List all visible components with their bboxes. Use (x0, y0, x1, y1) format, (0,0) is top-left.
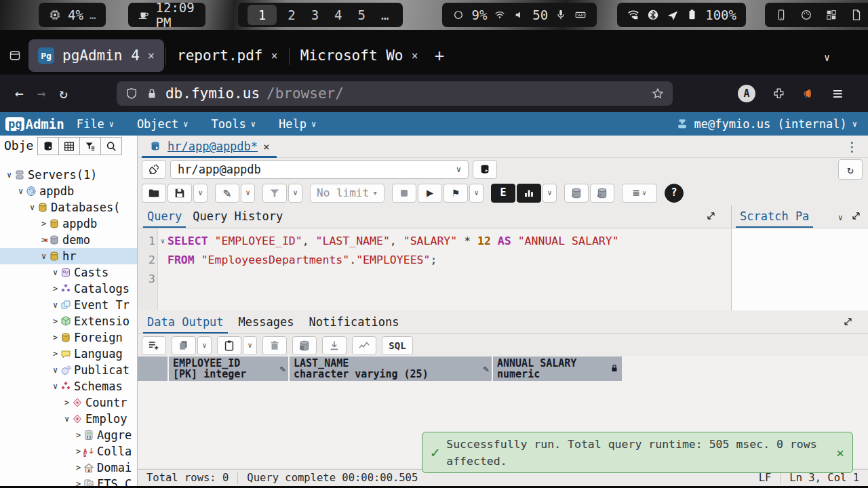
tree-item-employ[interactable]: ∨ Employ (0, 411, 137, 427)
clock-widget[interactable]: 12:09 PM (128, 3, 205, 27)
tree-item-appdb[interactable]: ∨ appdb (0, 183, 137, 199)
explain-button[interactable]: E (491, 184, 515, 203)
tree-item-foreign[interactable]: > Foreign (0, 329, 137, 346)
status-widget[interactable]: 9% 50 (442, 3, 597, 27)
tree-item-extensio[interactable]: > Extensio (0, 313, 137, 329)
phone-icon[interactable] (774, 8, 788, 22)
row-number-header[interactable] (138, 357, 167, 381)
tree-item-colla[interactable]: > AB Colla (0, 443, 137, 460)
filter-caret-button[interactable]: ∨ (288, 184, 302, 203)
chevron-right-icon[interactable]: > (62, 398, 72, 407)
save-file-button[interactable] (167, 184, 192, 203)
clipboard-tray-icon[interactable] (850, 8, 863, 22)
tree-item-catalogs[interactable]: > Catalogs (0, 281, 137, 297)
paste-button[interactable] (217, 336, 241, 355)
workspace-4[interactable]: 4 (330, 7, 347, 22)
tree-item-demo[interactable]: > × demo (0, 232, 137, 248)
chevron-down-icon[interactable]: ∨ (4, 170, 14, 180)
copy-caret-button[interactable]: ∨ (197, 336, 212, 355)
browser-tab-2[interactable]: Microsoft Wo × (291, 39, 428, 72)
panel-kebab-menu-icon[interactable]: ⋮ (846, 139, 859, 154)
windows-icon[interactable] (825, 8, 838, 22)
tab-close-icon[interactable]: × (271, 49, 277, 62)
chevron-right-icon[interactable]: > (39, 219, 49, 228)
chevron-down-icon[interactable]: ∨ (50, 300, 60, 310)
save-data-button[interactable] (292, 336, 317, 355)
download-button[interactable] (322, 336, 347, 355)
chevron-right-icon[interactable]: > (50, 317, 60, 326)
fold-chevron-icon[interactable]: ∨ (161, 232, 165, 251)
workspace-…[interactable]: … (376, 7, 393, 22)
dark-reader-extension-icon[interactable]: A (738, 85, 755, 102)
bookmark-star-icon[interactable] (651, 87, 665, 100)
chevron-right-icon[interactable]: > (73, 447, 83, 456)
explain-analyze-button[interactable] (517, 184, 541, 203)
tree-item-domai[interactable]: > Domai (0, 460, 137, 476)
explain-caret-button[interactable]: ∨ (542, 184, 557, 203)
results-expand-icon[interactable] (843, 317, 853, 329)
sql-filter-button[interactable]: SQL (382, 336, 413, 355)
forward-button[interactable]: → (31, 85, 53, 102)
tree-item-aggre[interactable]: > Aggre (0, 427, 137, 443)
macros-button[interactable]: ≡∨ (622, 184, 657, 203)
workspace-5[interactable]: 5 (353, 7, 370, 22)
workspace-3[interactable]: 3 (307, 7, 323, 22)
stop-button[interactable] (392, 184, 416, 203)
connection-select[interactable]: hr/app@appdb ∨ (170, 160, 469, 179)
help-button[interactable]: ? (665, 184, 684, 203)
copy-button[interactable] (172, 336, 196, 355)
properties-grid-button[interactable] (58, 137, 80, 155)
column-header-annual-salary[interactable]: ANNUAL SALARY numeric (493, 357, 622, 381)
back-button[interactable]: ← (8, 85, 31, 102)
chevron-down-icon[interactable]: ∨ (50, 268, 60, 277)
network-widget[interactable]: 100% (617, 3, 746, 27)
tab-data-output[interactable]: Data Output (143, 312, 228, 333)
sql-preview-button[interactable] (37, 137, 59, 155)
query-tool-tab[interactable]: hr/app@appdb* × (142, 137, 277, 158)
chevron-right-icon[interactable]: > (73, 430, 83, 440)
add-row-button[interactable] (142, 336, 166, 355)
edit-button[interactable]: ✎ (215, 184, 239, 203)
menu-object[interactable]: Object∨ (137, 117, 189, 131)
save-file-caret-button[interactable]: ∨ (193, 184, 208, 203)
tab-close-icon[interactable]: × (148, 49, 155, 62)
list-tabs-caret-icon[interactable]: ∨ (817, 52, 837, 64)
url-bar[interactable]: db.fymio.us/browser/ (117, 81, 673, 106)
column-header-last-name[interactable]: LAST_NAME character varying (25) ✎ (290, 357, 492, 381)
new-connection-button[interactable] (473, 160, 497, 179)
new-tab-button[interactable]: + (428, 46, 451, 65)
execute-options-button[interactable]: ⚑ (443, 184, 468, 203)
palette-icon[interactable] (800, 8, 813, 22)
rollback-button[interactable]: ↺ (590, 184, 614, 203)
chevron-right-icon[interactable]: > (50, 284, 60, 293)
tree-item-schemas[interactable]: ∨ Schemas (0, 378, 137, 394)
lock-icon[interactable] (145, 87, 159, 100)
tab-close-icon[interactable]: × (411, 49, 418, 62)
query-tool-tab-close-icon[interactable]: × (263, 140, 270, 153)
user-menu[interactable]: me@fymio.us (internal) ∨ (675, 117, 857, 131)
search-objects-button[interactable] (100, 137, 122, 155)
tab-scratch-pad[interactable]: Scratch Pa (736, 206, 813, 228)
tree-item-casts[interactable]: ∨ Casts (0, 264, 137, 281)
chevron-right-icon[interactable]: > (50, 333, 60, 342)
sql-editor[interactable]: 1∨23 SELECT "EMPLOYEE_ID", "LAST_NAME", … (138, 228, 731, 310)
tree-item-countr[interactable]: > Countr (0, 394, 137, 411)
chevron-down-icon[interactable]: ∨ (50, 365, 60, 375)
notification-close-icon[interactable]: × (836, 445, 844, 461)
tab-notifications[interactable]: Notifications (304, 312, 403, 333)
connection-status-button[interactable] (142, 160, 166, 179)
tab-query[interactable]: Query (143, 206, 186, 228)
pgadmin-logo[interactable]: pgAdmin (5, 117, 64, 131)
tree-item-servers-1-[interactable]: ∨ Servers(1) (0, 167, 137, 183)
chevron-down-icon[interactable]: ∨ (27, 203, 37, 212)
tree-item-appdb[interactable]: > appdb (0, 216, 137, 232)
workspace-2[interactable]: 2 (283, 7, 300, 22)
workspace-1[interactable]: 1 (248, 5, 277, 25)
browser-tab-1[interactable]: report.pdf × (167, 39, 288, 72)
execute-caret-button[interactable]: ∨ (469, 184, 484, 203)
megaphone-extension-icon[interactable] (802, 87, 815, 100)
scratch-expand-icon[interactable] (851, 211, 861, 224)
editor-expand-icon[interactable] (706, 211, 716, 224)
hamburger-menu-icon[interactable]: ≡ (826, 84, 849, 103)
extensions-puzzle-icon[interactable] (772, 87, 785, 100)
